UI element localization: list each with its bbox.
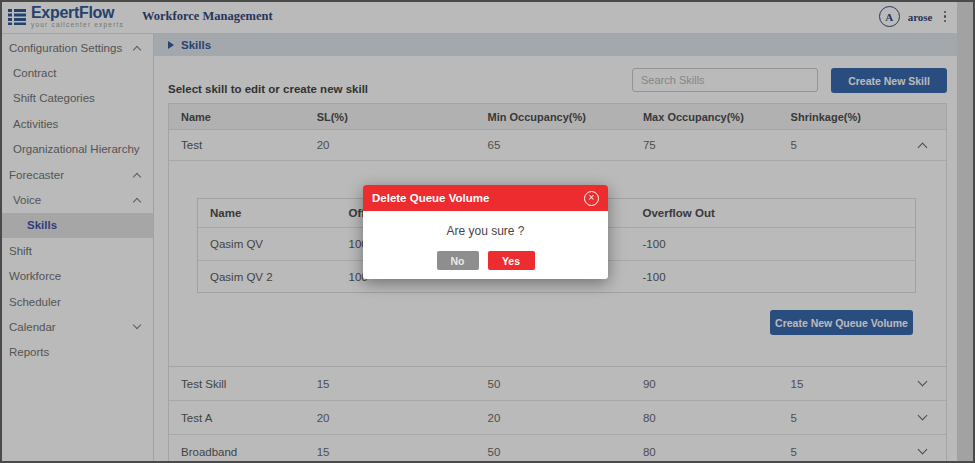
- delete-queue-volume-modal: Delete Queue Volume × Are you sure ? No …: [363, 185, 608, 279]
- yes-button[interactable]: Yes: [488, 251, 535, 270]
- no-button[interactable]: No: [437, 251, 479, 270]
- modal-header: Delete Queue Volume ×: [363, 185, 608, 211]
- modal-title: Delete Queue Volume: [372, 192, 489, 204]
- modal-actions: No Yes: [363, 238, 608, 279]
- close-icon[interactable]: ×: [584, 191, 599, 206]
- modal-message: Are you sure ?: [363, 211, 608, 238]
- app-window: ExpertFlow your callcenter experts Workf…: [0, 0, 975, 463]
